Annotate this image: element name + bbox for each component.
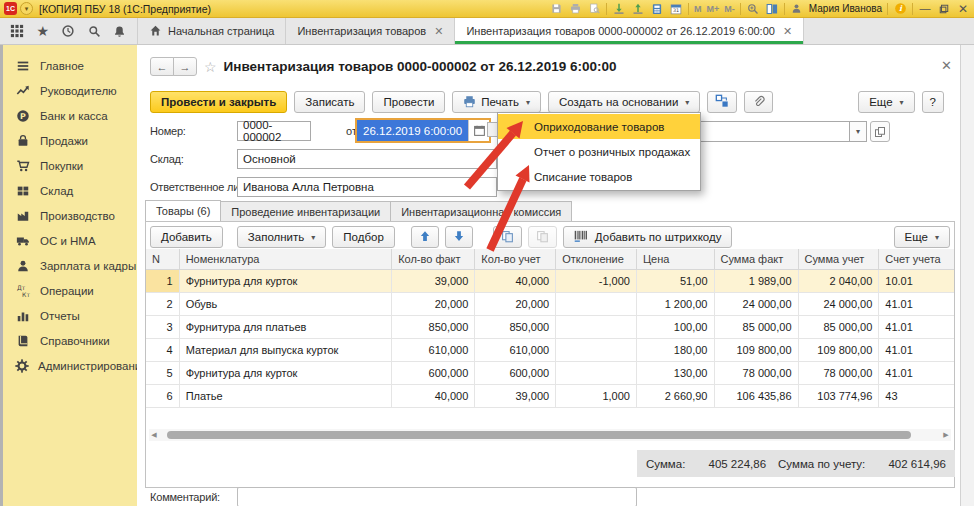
- table-row[interactable]: 5Фурнитура для курток600,000600,000130,0…: [146, 362, 954, 385]
- column-header[interactable]: N: [146, 249, 179, 270]
- responsible-input[interactable]: Иванова Алла Петровна: [237, 177, 497, 197]
- cell-n[interactable]: 2: [146, 293, 179, 316]
- sidebar-item-factory[interactable]: Производство: [3, 203, 137, 228]
- cell-sum_fact[interactable]: 85 000,00: [714, 316, 798, 339]
- cell-price[interactable]: 130,00: [636, 362, 714, 385]
- save-icon[interactable]: [549, 2, 563, 16]
- cell-qty_acc[interactable]: 600,000: [475, 362, 556, 385]
- form-more-button[interactable]: Еще▾: [858, 91, 914, 113]
- sidebar-item-gear[interactable]: Администрирование: [3, 353, 137, 378]
- cell-deviation[interactable]: [556, 362, 637, 385]
- cell-account[interactable]: 41.01: [879, 293, 954, 316]
- detail-tab-2[interactable]: Проведение инвентаризации: [221, 201, 391, 222]
- table-row[interactable]: 6Платье40,00039,0001,0002 660,90106 435,…: [146, 385, 954, 408]
- tab-2[interactable]: Инвентаризация товаров✕: [286, 18, 455, 44]
- import-icon[interactable]: [612, 2, 626, 16]
- cell-qty_fact[interactable]: 20,000: [392, 293, 475, 316]
- cell-qty_acc[interactable]: 850,000: [475, 316, 556, 339]
- sidebar-item-warehouse[interactable]: Склад: [3, 178, 137, 203]
- cell-deviation[interactable]: [556, 339, 637, 362]
- date-input[interactable]: 26.12.2019 6:00:00: [355, 118, 491, 143]
- sidebar-item-truck[interactable]: ОС и НМА: [3, 228, 137, 253]
- comment-input[interactable]: [237, 487, 637, 506]
- pick-button[interactable]: Подбор: [332, 226, 395, 248]
- column-header[interactable]: Номенклатура: [179, 249, 392, 270]
- column-header[interactable]: Сумма учет: [798, 249, 879, 270]
- history-icon[interactable]: [60, 22, 77, 40]
- minimize-button[interactable]: —: [918, 2, 932, 16]
- column-header[interactable]: Цена: [636, 249, 714, 270]
- notifications-bell-icon[interactable]: [111, 22, 128, 40]
- column-header[interactable]: Кол-во факт: [392, 249, 475, 270]
- move-up-button[interactable]: [411, 226, 439, 248]
- warehouse-input[interactable]: Основной: [237, 149, 497, 169]
- scroll-left-icon[interactable]: ◀: [149, 431, 159, 439]
- column-header[interactable]: Кол-во учет: [475, 249, 556, 270]
- zoom-icon[interactable]: [746, 2, 760, 16]
- column-header[interactable]: Счет учета: [879, 249, 954, 270]
- cell-n[interactable]: 1: [146, 270, 179, 293]
- move-down-button[interactable]: [445, 226, 473, 248]
- cell-name[interactable]: Фурнитура для курток: [179, 362, 392, 385]
- tab-1[interactable]: Начальная страница: [137, 18, 286, 44]
- table-row[interactable]: 4Материал для выпуска курток610,000610,0…: [146, 339, 954, 362]
- memory-button-m[interactable]: M: [694, 4, 702, 14]
- menu-item-3[interactable]: Списание товаров: [498, 164, 700, 189]
- user-icon[interactable]: [790, 2, 804, 16]
- combo-open-icon[interactable]: [870, 121, 890, 142]
- cell-qty_fact[interactable]: 850,000: [392, 316, 475, 339]
- cell-price[interactable]: 180,00: [636, 339, 714, 362]
- cell-sum_fact[interactable]: 109 800,00: [714, 339, 798, 362]
- attachments-button[interactable]: [744, 91, 773, 113]
- cell-qty_fact[interactable]: 39,000: [392, 270, 475, 293]
- sidebar-item-bag[interactable]: Продажи: [3, 128, 137, 153]
- restore-button[interactable]: [937, 2, 951, 16]
- cell-account[interactable]: 43: [879, 385, 954, 408]
- cell-sum_fact[interactable]: 1 989,00: [714, 270, 798, 293]
- scrollbar-thumb[interactable]: [167, 431, 911, 439]
- favorite-star-icon[interactable]: ☆: [204, 59, 217, 75]
- cell-price[interactable]: 1 200,00: [636, 293, 714, 316]
- menu-item-1[interactable]: Оприходование товаров: [498, 114, 700, 139]
- cell-sum_acc[interactable]: 85 000,00: [798, 316, 879, 339]
- related-documents-button[interactable]: [707, 91, 737, 113]
- memory-button-m+[interactable]: M+: [707, 4, 720, 14]
- tab-close-icon[interactable]: ✕: [783, 25, 792, 38]
- cell-sum_acc[interactable]: 2 040,00: [798, 270, 879, 293]
- table-row[interactable]: 1Фурнитура для курток39,00040,000-1,0005…: [146, 270, 954, 293]
- create-on-base-button[interactable]: Создать на основании▾: [548, 91, 700, 113]
- right-scroll-gutter[interactable]: [960, 45, 974, 506]
- cell-sum_fact[interactable]: 106 435,86: [714, 385, 798, 408]
- split-view-icon[interactable]: [765, 2, 779, 16]
- paste-row-button[interactable]: [528, 226, 557, 248]
- cell-sum_acc[interactable]: 78 000,00: [798, 362, 879, 385]
- nav-back-button[interactable]: ←: [150, 57, 174, 76]
- horizontal-scrollbar[interactable]: ◀ ▶: [149, 429, 951, 441]
- cell-qty_acc[interactable]: 20,000: [475, 293, 556, 316]
- column-header[interactable]: Сумма факт: [714, 249, 798, 270]
- cell-qty_acc[interactable]: 40,000: [475, 270, 556, 293]
- cell-qty_fact[interactable]: 40,000: [392, 385, 475, 408]
- add-by-barcode-button[interactable]: Добавить по штрихкоду: [563, 226, 733, 248]
- cell-sum_acc[interactable]: 24 000,00: [798, 293, 879, 316]
- tab-3[interactable]: Инвентаризация товаров 0000-000002 от 26…: [455, 18, 804, 44]
- add-row-button[interactable]: Добавить: [150, 226, 223, 248]
- main-menu-button[interactable]: ▾: [20, 2, 33, 15]
- search-icon[interactable]: [86, 22, 103, 40]
- table-row[interactable]: 3Фурнитура для платьев850,000850,000100,…: [146, 316, 954, 339]
- sidebar-item-person[interactable]: Зарплата и кадры: [3, 253, 137, 278]
- cell-n[interactable]: 3: [146, 316, 179, 339]
- help-button[interactable]: ?: [922, 91, 944, 113]
- preview-icon[interactable]: [587, 2, 601, 16]
- post-and-close-button[interactable]: Провести и закрыть: [150, 91, 287, 113]
- cell-deviation[interactable]: 1,000: [556, 385, 637, 408]
- cell-deviation[interactable]: [556, 293, 637, 316]
- detail-tab-1[interactable]: Товары (6): [145, 200, 221, 222]
- copy-row-button[interactable]: [493, 226, 522, 248]
- calculator-icon[interactable]: [650, 2, 664, 16]
- grid-menu-icon[interactable]: [9, 22, 26, 40]
- calendar-icon[interactable]: [468, 120, 489, 141]
- cell-n[interactable]: 5: [146, 362, 179, 385]
- column-header[interactable]: Отклонение: [556, 249, 637, 270]
- tab-close-icon[interactable]: ✕: [434, 25, 443, 38]
